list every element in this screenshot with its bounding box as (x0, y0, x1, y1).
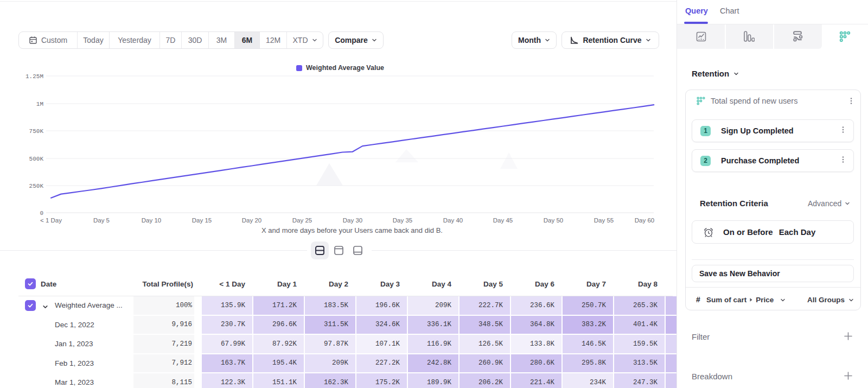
svg-text:Day 20: Day 20 (242, 217, 261, 224)
svg-text:1.25M: 1.25M (25, 73, 43, 80)
svg-text:0: 0 (40, 210, 43, 217)
svg-text:Day 45: Day 45 (493, 217, 513, 224)
svg-text:Day 40: Day 40 (443, 217, 463, 224)
svg-text:Day 30: Day 30 (343, 217, 362, 224)
svg-text:750K: 750K (29, 128, 44, 135)
svg-text:Day 50: Day 50 (544, 217, 563, 224)
svg-text:1M: 1M (36, 101, 43, 107)
svg-text:Day 35: Day 35 (393, 217, 412, 224)
svg-text:250K: 250K (29, 183, 44, 189)
svg-text:X and more days before your Us: X and more days before your Users came b… (261, 226, 443, 234)
svg-text:500K: 500K (29, 156, 44, 162)
svg-text:Day 10: Day 10 (142, 217, 161, 224)
svg-text:Day 60: Day 60 (635, 217, 654, 224)
svg-text:Day 55: Day 55 (594, 217, 614, 224)
svg-text:Day 15: Day 15 (192, 217, 212, 224)
svg-text:Day 25: Day 25 (292, 217, 312, 224)
svg-text:< 1 Day: < 1 Day (40, 217, 62, 224)
svg-text:Day 5: Day 5 (93, 217, 110, 224)
